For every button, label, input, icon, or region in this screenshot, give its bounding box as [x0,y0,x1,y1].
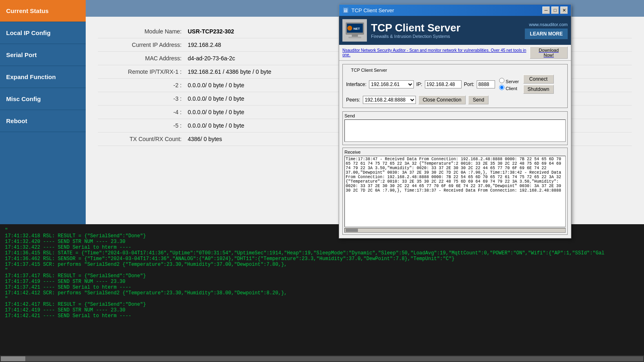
tcp-banner-text: TCP Client Server Firewalls & Intrusion … [371,22,521,39]
param-label-remote1: Remote IP/TX/RX-1 : [98,68,188,75]
bottom-scrollbar[interactable] [0,355,644,362]
tcp-titlebar-controls: ─ □ ✕ [542,7,568,14]
svg-point-4 [347,26,352,31]
sidebar-item-expand-function[interactable]: Expand Function [0,66,86,88]
param-value-mac: d4-ad-20-73-6a-2c [188,55,235,62]
send-button[interactable]: Send [468,95,489,104]
ip-input[interactable] [425,80,462,88]
peers-label: Peers: [346,97,360,103]
tcp-app-icon: 🖥 [342,7,349,13]
peers-select[interactable]: 192.168.2.48:8888 [363,96,416,104]
sidebar-item-current-status[interactable]: Current Status [0,0,86,22]
send-group: Send [342,111,568,145]
connect-button[interactable]: Connect [523,75,554,84]
tcp-window-title: TCP Client Server [351,7,394,13]
svg-rect-3 [349,37,361,38]
param-label-mac: MAC Address: [98,55,188,62]
param-value-remote3: 0.0.0.0/ 0 byte / 0 byte [188,95,244,102]
scrollbar-thumb[interactable] [1,356,25,361]
svg-rect-2 [352,35,358,37]
param-label-remote3: -3 : [98,95,188,102]
send-label: Send [344,113,566,118]
sidebar-item-misc-config[interactable]: Misc Config [0,88,86,110]
param-label-remote4: -4 : [98,109,188,115]
terminal[interactable]: " 17:41:32.418 RSL: RESULT = {"SerialSen… [0,224,644,355]
param-value-remote5: 0.0.0.0/ 0 byte / 0 byte [188,122,244,129]
sidebar-item-serial-port[interactable]: Serial Port [0,44,86,66]
tcp-peers-row: Peers: 192.168.2.48:8888 Close Connectio… [346,95,564,104]
server-radio[interactable] [499,78,504,83]
sidebar: Current Status Local IP Config Serial Po… [0,0,86,224]
scrollbar-track [1,356,643,361]
client-radio-label[interactable]: Client [499,85,519,91]
send-textarea[interactable] [344,119,566,142]
port-label: Port: [464,82,474,87]
port-input[interactable] [477,80,495,88]
top-section: Current Status Local IP Config Serial Po… [0,0,644,224]
param-value-ip: 192.168.2.48 [188,42,221,48]
receive-box[interactable]: Time:17:38:47 - Received Data From Conne… [344,156,566,227]
tcp-adbar: Nsauditor Network Security Auditor - Sca… [339,45,571,61]
tcp-banner-title: TCP Client Server [371,22,521,34]
maximize-button[interactable]: □ [551,7,559,14]
tcp-body: TCP Client Server Interface: 192.168.2.6… [339,61,571,238]
tcp-banner-subtitle: Firewalls & Intrusion Detection Systems [371,34,521,39]
main-container: Current Status Local IP Config Serial Po… [0,0,644,362]
param-value-remote2: 0.0.0.0/ 0 byte / 0 byte [188,82,244,88]
ip-label: IP: [416,82,422,87]
param-label-module: Module Name: [98,28,188,35]
close-button[interactable]: ✕ [560,7,568,14]
param-label-remote5: -5 : [98,122,188,129]
param-value-remote4: 0.0.0.0/ 0 byte / 0 byte [188,109,244,115]
server-radio-label[interactable]: Server [499,78,519,84]
receive-group: Receive Time:17:38:47 - Received Data Fr… [342,148,568,235]
param-label-tx-rx: TX Count/RX Count: [98,136,188,142]
param-value-module: USR-TCP232-302 [188,28,234,35]
tcp-banner-url: www.nsauditor.com [525,22,568,27]
tcp-group-title: TCP Client Server [349,68,389,73]
tcp-banner-logo: NET [342,19,367,42]
learn-more-button[interactable]: LEARN MORE [525,29,568,39]
receive-scrollbar-h[interactable] [344,228,566,233]
tcp-banner: NET TCP Client Server Firewalls & Intrus… [339,16,571,45]
tcp-titlebar: 🖥 TCP Client Server ─ □ ✕ [339,4,571,16]
tcp-client-server-group: TCP Client Server Interface: 192.168.2.6… [342,64,568,108]
svg-text:NET: NET [353,27,360,31]
param-label-ip: Current IP Address: [98,42,188,48]
param-value-tx-rx: 4386/ 0 bytes [188,136,222,142]
sidebar-item-local-ip-config[interactable]: Local IP Config [0,22,86,44]
receive-label: Receive [344,150,566,155]
param-label-remote2: -2 : [98,82,188,88]
download-button[interactable]: Download Now! [530,46,568,59]
interface-select[interactable]: 192.168.2.61 [369,80,414,88]
close-connection-button[interactable]: Close Connection [418,95,466,104]
terminal-section: " 17:41:32.418 RSL: RESULT = {"SerialSen… [0,224,644,362]
tcp-interface-row: Interface: 192.168.2.61 IP: Port: Server… [346,75,564,94]
client-radio[interactable] [499,85,504,90]
tcp-titlebar-left: 🖥 TCP Client Server [342,7,394,13]
server-client-radio-group: Server Client [499,78,519,91]
tcp-window: 🖥 TCP Client Server ─ □ ✕ [339,4,571,238]
interface-label: Interface: [346,82,366,87]
tcp-banner-right: www.nsauditor.com LEARN MORE [525,22,568,39]
minimize-button[interactable]: ─ [542,7,550,14]
sidebar-item-reboot[interactable]: Reboot [0,110,86,132]
shutdown-button[interactable]: Shutdown [523,85,554,94]
param-value-remote1: 192.168.2.61 / 4386 byte / 0 byte [188,68,271,75]
tcp-ad-text: Nsauditor Network Security Auditor - Sca… [342,48,530,57]
